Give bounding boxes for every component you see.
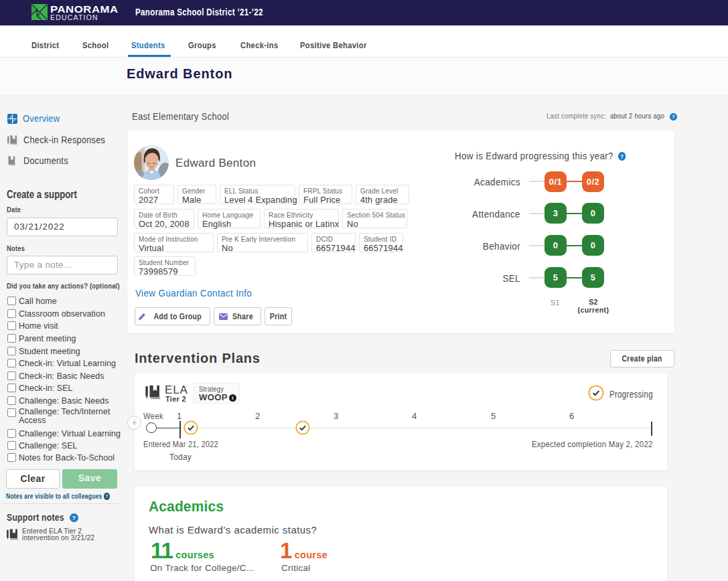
svg-text:?: ?: [620, 153, 624, 160]
svg-text:i: i: [232, 395, 234, 401]
svg-text:?: ?: [72, 515, 76, 521]
svg-text:?: ?: [106, 494, 108, 499]
svg-text:?: ?: [672, 114, 675, 120]
